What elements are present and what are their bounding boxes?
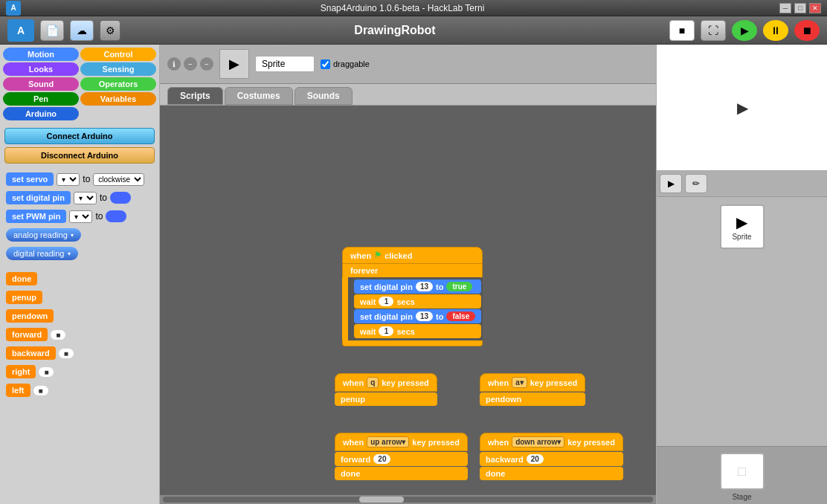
category-sound[interactable]: Sound [3, 77, 79, 91]
penup-cmd-block[interactable]: penup [335, 392, 437, 406]
left-value[interactable]: ■ [33, 386, 48, 395]
down-key-select[interactable]: down arrow▾ [512, 436, 564, 448]
set-pwm-pin-row: set PWM pin ▾ to [1, 208, 158, 224]
edit-stage-button[interactable]: ✏ [685, 174, 707, 193]
pwm-toggle[interactable] [106, 210, 126, 222]
pause-button[interactable]: ⏸ [763, 20, 788, 41]
category-looks[interactable]: Looks [3, 62, 79, 76]
sprite-preview: ▶ [219, 49, 249, 79]
stage-thumbnail[interactable]: □ [720, 453, 765, 490]
right-block[interactable]: right [6, 365, 36, 378]
scroll-thumb[interactable] [359, 497, 404, 503]
close-button[interactable]: ✕ [809, 3, 821, 13]
forward-row: forward ■ [1, 326, 158, 343]
penup-block[interactable]: penup [6, 291, 42, 304]
pendown-row: pendown [1, 308, 158, 324]
play-stage-button[interactable]: ▶ [660, 174, 682, 193]
minimize-button[interactable]: ─ [779, 3, 791, 13]
when-down-group: when down arrow▾ key pressed backward 20… [480, 433, 623, 481]
set-digital-13-true-block[interactable]: set digital pin 13 to true [354, 280, 481, 294]
red-stop-button[interactable]: ⏹ [794, 20, 820, 41]
done-1-block[interactable]: done [335, 467, 468, 480]
set-servo-block[interactable]: set servo [6, 172, 54, 186]
to-label: to [83, 174, 90, 184]
fullscreen-button[interactable]: ⛶ [701, 20, 726, 41]
disconnect-arduino-button[interactable]: Disconnect Arduino [4, 147, 155, 164]
window-title: Snap4Arduino 1.0.6-beta - HackLab Terni [25, 3, 779, 13]
when-q-penup-group: when q key pressed penup [335, 373, 437, 407]
category-pen[interactable]: Pen [3, 92, 79, 106]
forward-20-block[interactable]: forward 20 [335, 452, 468, 466]
when-up-group: when up arrow▾ key pressed forward 20 do… [335, 433, 468, 481]
tab-scripts[interactable]: Scripts [167, 87, 223, 105]
collapse-button[interactable]: − [184, 57, 197, 71]
category-variables[interactable]: Variables [80, 92, 156, 106]
wait-1-secs-block[interactable]: wait 1 secs [354, 294, 481, 308]
forever-body: set digital pin 13 to true wait 1 secs s… [342, 277, 483, 340]
forward-value[interactable]: ■ [51, 330, 65, 340]
category-control[interactable]: Control [80, 48, 156, 61]
tab-costumes[interactable]: Costumes [225, 87, 293, 105]
stage-label-area: □ Stage [657, 446, 827, 504]
when-down-hat[interactable]: when down arrow▾ key pressed [480, 433, 623, 451]
category-operators[interactable]: Operators [80, 77, 156, 91]
clockwise-select[interactable]: clockwise [93, 173, 144, 186]
digital-toggle[interactable] [110, 192, 131, 204]
backward-row: backward ■ [1, 345, 158, 361]
analog-reading-block[interactable]: analog reading ▾ [6, 228, 81, 242]
category-sensing[interactable]: Sensing [80, 62, 156, 76]
servo-select[interactable]: ▾ [57, 173, 80, 186]
expand-button[interactable]: − [200, 57, 213, 71]
stage-label: Stage [660, 493, 824, 501]
center-panel: ℹ − − ▶ Sprite draggable Scripts Costume… [160, 45, 656, 504]
pwm-select[interactable]: ▾ [69, 210, 92, 223]
left-row: left ■ [1, 382, 158, 398]
pendown-block[interactable]: pendown [6, 309, 54, 323]
green-flag-icon: ⚑ [374, 251, 382, 260]
set-pwm-pin-block[interactable]: set PWM pin [6, 210, 66, 223]
scripts-area[interactable]: when ⚑ clicked forever set digital pin 1… [160, 106, 656, 504]
cloud-button[interactable]: ☁ [70, 20, 94, 41]
pendown-cmd-block[interactable]: pendown [480, 392, 585, 406]
set-digital-13-false-block[interactable]: set digital pin 13 to false [354, 309, 481, 323]
new-file-button[interactable]: 📄 [40, 20, 64, 41]
sprite-header: ℹ − − ▶ Sprite draggable [160, 45, 656, 84]
sprite-thumbnail[interactable]: ▶ Sprite [720, 204, 765, 249]
digital-reading-block[interactable]: digital reading ▾ [6, 247, 78, 260]
category-arduino[interactable]: Arduino [3, 107, 79, 120]
when-clicked-hat[interactable]: when ⚑ clicked [342, 247, 483, 264]
done-2-block[interactable]: done [480, 467, 623, 480]
forever-block[interactable]: forever [342, 264, 483, 277]
backward-value[interactable]: ■ [59, 349, 74, 358]
blocks-palette: set servo ▾ to clockwise set digital pin… [0, 168, 159, 401]
backward-block[interactable]: backward [6, 346, 56, 360]
settings-button[interactable]: ⚙ [100, 20, 120, 41]
when-a-hat[interactable]: when a▾ key pressed [480, 373, 585, 392]
done-block[interactable]: done [6, 272, 37, 285]
up-key-select[interactable]: up arrow▾ [367, 436, 409, 448]
wait-1-secs-2-block[interactable]: wait 1 secs [354, 324, 481, 338]
left-panel: Motion Control Looks Sensing Sound Opera… [0, 45, 160, 504]
draggable-checkbox[interactable] [321, 59, 330, 69]
tab-sounds[interactable]: Sounds [295, 87, 353, 105]
maximize-button[interactable]: □ [794, 3, 806, 13]
backward-20-block[interactable]: backward 20 [480, 452, 623, 466]
a-key-select[interactable]: a▾ [512, 377, 527, 388]
when-up-hat[interactable]: when up arrow▾ key pressed [335, 433, 468, 451]
q-key-select[interactable]: q [367, 377, 379, 388]
forward-block[interactable]: forward [6, 328, 48, 341]
horizontal-scrollbar[interactable] [160, 495, 656, 504]
stop-button[interactable]: ■ [669, 20, 695, 41]
info-button[interactable]: ℹ [167, 57, 181, 71]
done-row: done [1, 271, 158, 287]
right-value[interactable]: ■ [39, 367, 54, 377]
green-flag-button[interactable]: ▶ [732, 20, 757, 41]
sprite-name[interactable]: Sprite [255, 56, 315, 72]
set-digital-pin-block[interactable]: set digital pin [6, 191, 71, 204]
when-q-hat[interactable]: when q key pressed [335, 373, 437, 392]
connect-arduino-button[interactable]: Connect Arduino [4, 128, 155, 144]
category-motion[interactable]: Motion [3, 48, 79, 61]
left-block[interactable]: left [6, 384, 30, 397]
draggable-option: draggable [321, 59, 370, 69]
digital-pin-select[interactable]: ▾ [74, 192, 97, 204]
